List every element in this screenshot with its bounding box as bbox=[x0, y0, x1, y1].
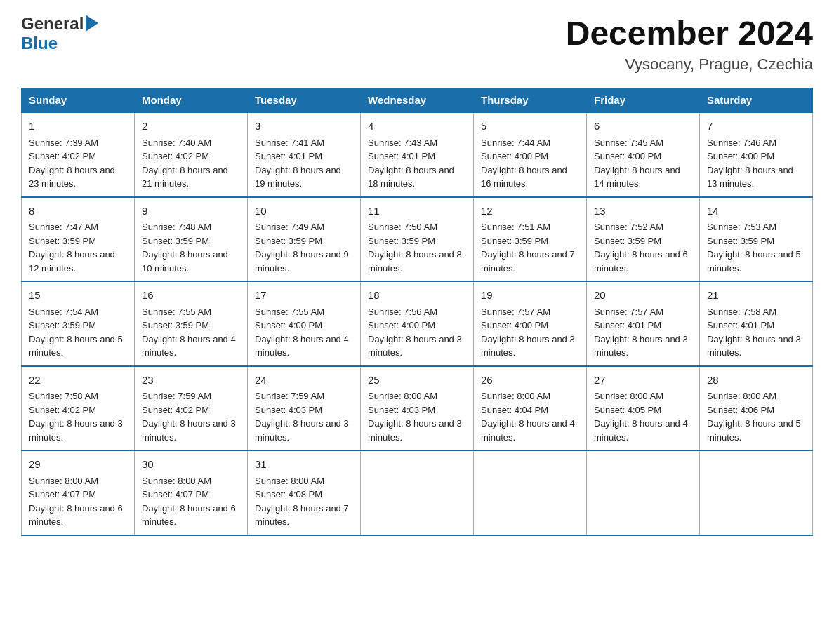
weekday-header-wednesday: Wednesday bbox=[361, 88, 474, 113]
calendar-cell: 17Sunrise: 7:55 AMSunset: 4:00 PMDayligh… bbox=[248, 281, 361, 366]
calendar-cell: 1Sunrise: 7:39 AMSunset: 4:02 PMDaylight… bbox=[22, 112, 135, 197]
day-number: 7 bbox=[707, 119, 805, 135]
title-block: December 2024 Vysocany, Prague, Czechia bbox=[566, 14, 813, 74]
calendar-cell: 16Sunrise: 7:55 AMSunset: 3:59 PMDayligh… bbox=[135, 281, 248, 366]
calendar-week-1: 1Sunrise: 7:39 AMSunset: 4:02 PMDaylight… bbox=[22, 112, 813, 197]
day-number: 29 bbox=[29, 457, 127, 473]
day-number: 19 bbox=[481, 288, 579, 304]
calendar-cell: 23Sunrise: 7:59 AMSunset: 4:02 PMDayligh… bbox=[135, 366, 248, 451]
location-subtitle: Vysocany, Prague, Czechia bbox=[566, 55, 813, 74]
calendar-cell: 14Sunrise: 7:53 AMSunset: 3:59 PMDayligh… bbox=[700, 197, 813, 282]
calendar-cell: 3Sunrise: 7:41 AMSunset: 4:01 PMDaylight… bbox=[248, 112, 361, 197]
logo-general: General bbox=[21, 14, 84, 34]
day-number: 10 bbox=[255, 203, 353, 220]
day-number: 25 bbox=[368, 373, 466, 389]
calendar-cell: 15Sunrise: 7:54 AMSunset: 3:59 PMDayligh… bbox=[22, 281, 135, 366]
calendar-cell: 8Sunrise: 7:47 AMSunset: 3:59 PMDaylight… bbox=[22, 197, 135, 282]
day-number: 13 bbox=[594, 203, 692, 220]
calendar-cell: 31Sunrise: 8:00 AMSunset: 4:08 PMDayligh… bbox=[248, 450, 361, 535]
calendar-cell: 25Sunrise: 8:00 AMSunset: 4:03 PMDayligh… bbox=[361, 366, 474, 451]
day-number: 2 bbox=[142, 119, 240, 135]
calendar-cell: 11Sunrise: 7:50 AMSunset: 3:59 PMDayligh… bbox=[361, 197, 474, 282]
calendar-cell: 22Sunrise: 7:58 AMSunset: 4:02 PMDayligh… bbox=[22, 366, 135, 451]
day-number: 26 bbox=[481, 373, 579, 389]
calendar-cell: 24Sunrise: 7:59 AMSunset: 4:03 PMDayligh… bbox=[248, 366, 361, 451]
calendar-cell: 10Sunrise: 7:49 AMSunset: 3:59 PMDayligh… bbox=[248, 197, 361, 282]
weekday-header-friday: Friday bbox=[587, 88, 700, 113]
day-number: 8 bbox=[29, 203, 127, 220]
day-number: 28 bbox=[707, 373, 805, 389]
calendar-header-row: SundayMondayTuesdayWednesdayThursdayFrid… bbox=[22, 88, 813, 113]
page-header: General Blue December 2024 Vysocany, Pra… bbox=[21, 14, 813, 74]
day-number: 27 bbox=[594, 373, 692, 389]
calendar-week-5: 29Sunrise: 8:00 AMSunset: 4:07 PMDayligh… bbox=[22, 450, 813, 535]
calendar-cell: 13Sunrise: 7:52 AMSunset: 3:59 PMDayligh… bbox=[587, 197, 700, 282]
calendar-cell bbox=[361, 450, 474, 535]
calendar-week-2: 8Sunrise: 7:47 AMSunset: 3:59 PMDaylight… bbox=[22, 197, 813, 282]
calendar-week-4: 22Sunrise: 7:58 AMSunset: 4:02 PMDayligh… bbox=[22, 366, 813, 451]
calendar-cell: 9Sunrise: 7:48 AMSunset: 3:59 PMDaylight… bbox=[135, 197, 248, 282]
calendar-cell: 5Sunrise: 7:44 AMSunset: 4:00 PMDaylight… bbox=[474, 112, 587, 197]
calendar-cell: 18Sunrise: 7:56 AMSunset: 4:00 PMDayligh… bbox=[361, 281, 474, 366]
logo-blue: Blue bbox=[21, 34, 58, 53]
day-number: 21 bbox=[707, 288, 805, 304]
day-number: 17 bbox=[255, 288, 353, 304]
calendar-cell: 19Sunrise: 7:57 AMSunset: 4:00 PMDayligh… bbox=[474, 281, 587, 366]
calendar-table: SundayMondayTuesdayWednesdayThursdayFrid… bbox=[21, 88, 813, 536]
calendar-cell: 21Sunrise: 7:58 AMSunset: 4:01 PMDayligh… bbox=[700, 281, 813, 366]
logo: General Blue bbox=[21, 14, 98, 53]
month-title: December 2024 bbox=[566, 14, 813, 53]
calendar-cell bbox=[700, 450, 813, 535]
day-number: 20 bbox=[594, 288, 692, 304]
weekday-header-monday: Monday bbox=[135, 88, 248, 113]
calendar-cell: 28Sunrise: 8:00 AMSunset: 4:06 PMDayligh… bbox=[700, 366, 813, 451]
day-number: 30 bbox=[142, 457, 240, 473]
calendar-cell: 7Sunrise: 7:46 AMSunset: 4:00 PMDaylight… bbox=[700, 112, 813, 197]
day-number: 14 bbox=[707, 203, 805, 220]
day-number: 12 bbox=[481, 203, 579, 220]
calendar-cell: 26Sunrise: 8:00 AMSunset: 4:04 PMDayligh… bbox=[474, 366, 587, 451]
day-number: 3 bbox=[255, 119, 353, 135]
weekday-header-thursday: Thursday bbox=[474, 88, 587, 113]
calendar-cell bbox=[587, 450, 700, 535]
calendar-cell: 20Sunrise: 7:57 AMSunset: 4:01 PMDayligh… bbox=[587, 281, 700, 366]
calendar-cell: 27Sunrise: 8:00 AMSunset: 4:05 PMDayligh… bbox=[587, 366, 700, 451]
day-number: 1 bbox=[29, 119, 127, 135]
day-number: 24 bbox=[255, 373, 353, 389]
calendar-cell: 2Sunrise: 7:40 AMSunset: 4:02 PMDaylight… bbox=[135, 112, 248, 197]
calendar-cell bbox=[474, 450, 587, 535]
calendar-cell: 6Sunrise: 7:45 AMSunset: 4:00 PMDaylight… bbox=[587, 112, 700, 197]
calendar-cell: 4Sunrise: 7:43 AMSunset: 4:01 PMDaylight… bbox=[361, 112, 474, 197]
day-number: 22 bbox=[29, 373, 127, 389]
calendar-cell: 30Sunrise: 8:00 AMSunset: 4:07 PMDayligh… bbox=[135, 450, 248, 535]
weekday-header-sunday: Sunday bbox=[22, 88, 135, 113]
day-number: 9 bbox=[142, 203, 240, 220]
weekday-header-saturday: Saturday bbox=[700, 88, 813, 113]
calendar-cell: 12Sunrise: 7:51 AMSunset: 3:59 PMDayligh… bbox=[474, 197, 587, 282]
weekday-header-tuesday: Tuesday bbox=[248, 88, 361, 113]
day-number: 5 bbox=[481, 119, 579, 135]
day-number: 16 bbox=[142, 288, 240, 304]
calendar-week-3: 15Sunrise: 7:54 AMSunset: 3:59 PMDayligh… bbox=[22, 281, 813, 366]
day-number: 6 bbox=[594, 119, 692, 135]
day-number: 31 bbox=[255, 457, 353, 473]
day-number: 11 bbox=[368, 203, 466, 220]
day-number: 23 bbox=[142, 373, 240, 389]
day-number: 15 bbox=[29, 288, 127, 304]
day-number: 4 bbox=[368, 119, 466, 135]
logo-arrow-icon bbox=[86, 15, 98, 32]
day-number: 18 bbox=[368, 288, 466, 304]
calendar-cell: 29Sunrise: 8:00 AMSunset: 4:07 PMDayligh… bbox=[22, 450, 135, 535]
